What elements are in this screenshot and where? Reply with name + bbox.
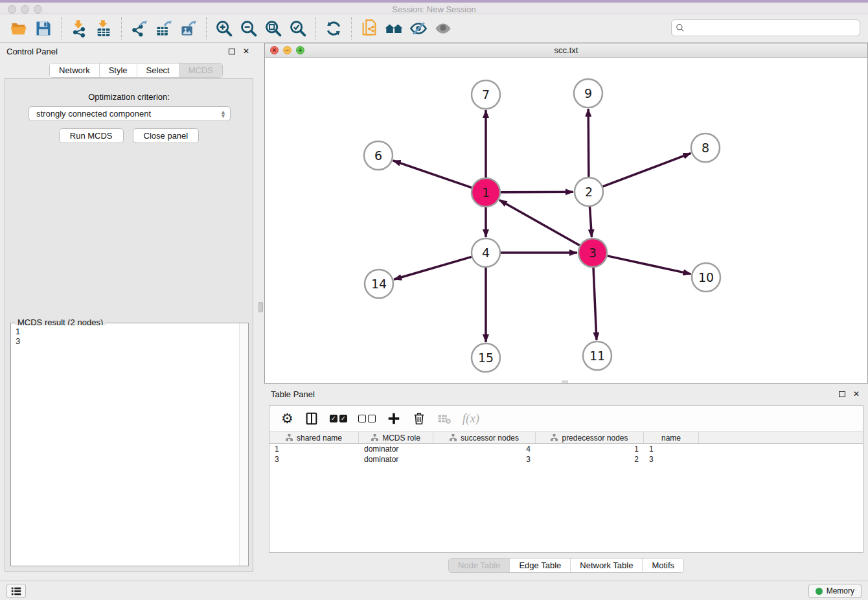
graph-node-15[interactable]: 15 <box>472 343 500 372</box>
toolbar-separator <box>351 17 352 40</box>
graph-edge-3-10[interactable] <box>607 256 691 274</box>
zoom-in-button[interactable] <box>212 17 236 40</box>
graph-edge-1-6[interactable] <box>393 161 472 188</box>
import-table-button[interactable] <box>91 17 116 40</box>
graph-node-10[interactable]: 10 <box>692 263 720 292</box>
task-history-button[interactable] <box>6 584 26 598</box>
close-table-panel-button[interactable]: ✕ <box>851 389 862 399</box>
add-column-button[interactable] <box>387 411 401 426</box>
graph-edge-3-1[interactable] <box>499 200 580 246</box>
close-icon: ✕ <box>243 47 249 56</box>
home-icon <box>385 19 403 38</box>
tab-mcds[interactable]: MCDS <box>179 63 222 77</box>
delete-column-button[interactable] <box>412 411 426 426</box>
graph-edge-2-9[interactable] <box>588 109 589 177</box>
graph-node-2[interactable]: 2 <box>575 178 603 206</box>
zoom-out-icon <box>240 19 258 38</box>
home-view-button[interactable] <box>382 17 406 40</box>
select-all-button[interactable]: ✓ ✓ <box>330 415 347 422</box>
table-tabs: Node TableEdge TableNetwork TableMotifs <box>264 557 868 573</box>
table-tab-edge-table[interactable]: Edge Table <box>509 559 570 572</box>
table-row[interactable]: 1dominator411 <box>269 444 863 454</box>
search-input[interactable] <box>685 21 860 34</box>
graph-node-3[interactable]: 3 <box>578 238 607 267</box>
delete-table-button[interactable] <box>437 411 451 426</box>
graph-edge-4-14[interactable] <box>394 257 472 279</box>
optimization-criterion-label: Optimization criterion: <box>5 92 253 102</box>
svg-text:7: 7 <box>482 87 490 102</box>
float-table-panel-button[interactable] <box>837 389 847 399</box>
svg-text:4: 4 <box>482 246 490 260</box>
graph-node-1[interactable]: 1 <box>472 178 500 207</box>
graph-node-4[interactable]: 4 <box>472 238 500 267</box>
memory-button[interactable]: Memory <box>808 584 862 598</box>
window-resize-handle[interactable] <box>562 380 568 383</box>
graph-edge-1-2[interactable] <box>501 192 573 192</box>
table-tab-motifs[interactable]: Motifs <box>642 559 683 572</box>
tab-style[interactable]: Style <box>99 63 137 77</box>
deselect-all-button[interactable] <box>358 415 376 422</box>
graph-node-11[interactable]: 11 <box>583 341 611 370</box>
table-cell: 1 <box>536 444 644 454</box>
tab-network[interactable]: Network <box>50 63 99 77</box>
export-table-icon <box>155 19 173 38</box>
table-row[interactable]: 3dominator323 <box>269 454 863 465</box>
refresh-view-button[interactable] <box>321 17 346 40</box>
zoom-fit-button[interactable] <box>261 17 286 40</box>
graph-node-7[interactable]: 7 <box>472 80 500 109</box>
graph-edge-2-8[interactable] <box>603 153 691 186</box>
run-mcds-button[interactable]: Run MCDS <box>59 128 124 143</box>
export-network-button[interactable] <box>127 17 152 40</box>
show-all-button[interactable] <box>431 17 455 40</box>
zoom-selected-button[interactable] <box>286 17 310 40</box>
zoom-out-button[interactable] <box>236 17 261 40</box>
float-panel-button[interactable] <box>227 46 237 56</box>
column-header-name[interactable]: name <box>644 432 699 443</box>
svg-text:9: 9 <box>584 86 592 100</box>
close-panel-button[interactable]: ✕ <box>241 46 251 56</box>
graph-node-14[interactable]: 14 <box>365 270 393 298</box>
column-header-successor-nodes[interactable]: successor nodes <box>433 432 536 443</box>
import-network-button[interactable] <box>67 17 91 40</box>
function-builder-button[interactable]: f(x) <box>463 411 479 426</box>
save-session-button[interactable] <box>31 17 56 40</box>
export-image-button[interactable] <box>176 17 201 40</box>
column-header-MCDS-role[interactable]: MCDS role <box>359 432 433 443</box>
hide-selected-button[interactable] <box>406 17 431 40</box>
graph-edge-2-3[interactable] <box>589 207 591 237</box>
graph-node-8[interactable]: 8 <box>691 133 720 162</box>
column-header-shared-name[interactable]: shared name <box>269 432 359 443</box>
graph-edge-3-11[interactable] <box>593 268 597 340</box>
network-file-button[interactable] <box>357 17 382 40</box>
network-window-titlebar[interactable]: × − + scc.txt <box>265 43 867 58</box>
network-canvas[interactable]: 7968124314101511 <box>265 58 867 383</box>
table-tab-network-table[interactable]: Network Table <box>570 559 642 572</box>
show-columns-button[interactable] <box>304 411 319 426</box>
result-scrollbar[interactable] <box>239 323 248 566</box>
svg-text:3: 3 <box>589 246 597 260</box>
vertical-splitter[interactable] <box>258 43 264 581</box>
close-panel-button-mcds[interactable]: Close panel <box>133 128 200 143</box>
table-cell: 2 <box>536 455 644 464</box>
column-type-icon <box>450 434 457 441</box>
table-body: 1dominator4113dominator323 <box>269 444 863 465</box>
network-file-icon <box>360 19 378 38</box>
eye-slash-icon <box>409 19 428 38</box>
criterion-select[interactable]: strongly connected component ▲▼ <box>29 106 231 121</box>
delete-table-icon <box>437 411 451 426</box>
column-header-predecessor-nodes[interactable]: predecessor nodes <box>536 432 644 443</box>
refresh-icon <box>325 19 343 38</box>
table-settings-button[interactable]: ⚙ <box>281 411 293 426</box>
table-header-row: shared name MCDS role successor nodes pr… <box>269 432 863 444</box>
mcds-result-text: 1 3 <box>12 325 238 565</box>
graph-node-9[interactable]: 9 <box>574 79 602 108</box>
splitter-handle[interactable] <box>258 302 263 312</box>
export-table-button[interactable] <box>152 17 176 40</box>
table-tab-node-table[interactable]: Node Table <box>449 559 510 572</box>
graph-node-6[interactable]: 6 <box>364 141 393 170</box>
mcds-result-box: MCDS result (2 nodes) 1 3 <box>10 323 249 566</box>
memory-label: Memory <box>827 586 854 595</box>
svg-text:8: 8 <box>702 141 709 155</box>
tab-select[interactable]: Select <box>137 63 179 77</box>
open-session-button[interactable] <box>6 17 31 40</box>
